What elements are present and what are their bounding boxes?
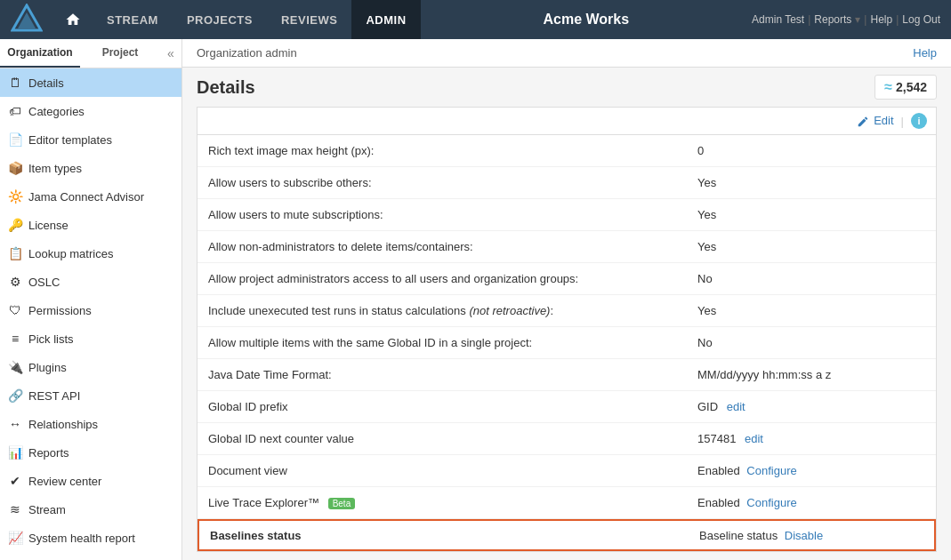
counter-value: 2,542 [896, 80, 927, 94]
categories-icon: 🏷 [7, 103, 23, 119]
details-toolbar: Edit | i [197, 108, 936, 135]
nav-reviews[interactable]: REVIEWS [267, 0, 351, 39]
pick-lists-icon: ≡ [7, 331, 23, 347]
detail-row-gid-counter: Global ID next counter value 157481 edit [197, 423, 936, 455]
info-icon[interactable]: i [911, 113, 927, 129]
sidebar-item-lookup-matrices[interactable]: 📋 Lookup matrices [0, 239, 181, 268]
sidebar-item-oslc[interactable]: ⚙ OSLC [0, 268, 181, 296]
sidebar-label-details: Details [28, 76, 64, 90]
gid-prefix-edit-link[interactable]: edit [727, 400, 745, 413]
sidebar-item-user-groups[interactable]: 👥 User groups [0, 552, 181, 560]
detail-value: 0 [697, 144, 925, 157]
help-link-top[interactable]: Help [870, 13, 892, 26]
lookup-matrices-icon: 📋 [7, 245, 23, 261]
sidebar-label-review-center: Review center [28, 475, 101, 488]
main-layout: Organization Project « 🗒 Details 🏷 Categ… [0, 39, 951, 560]
sidebar-label-item-types: Item types [28, 162, 82, 175]
tab-organization[interactable]: Organization [0, 39, 80, 68]
detail-row-rich-text: Rich text image max height (px): 0 [197, 135, 936, 167]
baselines-disable-link[interactable]: Disable [785, 529, 823, 542]
sidebar-label-license: License [28, 219, 69, 232]
page-header: Details ≈ 2,542 [182, 68, 951, 107]
detail-row-java-date: Java Date Time Format: MM/dd/yyyy hh:mm:… [197, 359, 936, 391]
stream-icon: ≋ [7, 501, 23, 517]
detail-row-project-admins: Allow project administrators access to a… [197, 263, 936, 295]
sidebar-label-permissions: Permissions [28, 304, 92, 317]
sidebar-item-system-health[interactable]: 📈 System health report [0, 524, 181, 552]
sidebar-item-permissions[interactable]: 🛡 Permissions [0, 296, 181, 324]
detail-row-live-trace: Live Trace Explorer™ Beta Enabled Config… [197, 487, 936, 519]
item-types-icon: 📦 [7, 160, 23, 176]
detail-value: Yes [697, 176, 925, 189]
system-health-icon: 📈 [7, 530, 23, 546]
workspace-name: Acme Works [421, 12, 753, 28]
gid-counter-edit-link[interactable]: edit [745, 432, 763, 445]
sidebar-item-reports[interactable]: 📊 Reports [0, 438, 181, 467]
detail-row-baselines: Baselines status Baseline status Disable [197, 519, 936, 551]
detail-value: Baseline status Disable [699, 529, 923, 542]
detail-row-test-runs: Include unexecuted test runs in status c… [197, 295, 936, 327]
sidebar-label-system-health: System health report [28, 532, 135, 545]
detail-row-doc-view: Document view Enabled Configure [197, 455, 936, 487]
reports-link[interactable]: Reports [814, 13, 851, 26]
sidebar-label-editor-templates: Editor templates [28, 133, 112, 147]
sidebar-item-stream[interactable]: ≋ Stream [0, 495, 181, 524]
detail-value: Enabled Configure [697, 464, 925, 477]
main-content: Organization admin Help Details ≈ 2,542 … [182, 39, 951, 560]
nav-items: STREAM PROJECTS REVIEWS ADMIN [93, 0, 421, 39]
live-trace-configure-link[interactable]: Configure [746, 496, 796, 509]
detail-value: Yes [697, 240, 925, 253]
sidebar-item-plugins[interactable]: 🔌 Plugins [0, 353, 181, 381]
sidebar-item-review-center[interactable]: ✔ Review center [0, 467, 181, 495]
sidebar-item-item-types[interactable]: 📦 Item types [0, 154, 181, 182]
sidebar: Organization Project « 🗒 Details 🏷 Categ… [0, 39, 182, 560]
detail-value: Yes [697, 304, 925, 317]
sidebar-item-editor-templates[interactable]: 📄 Editor templates [0, 125, 181, 154]
detail-value: Enabled Configure [697, 496, 925, 509]
sidebar-label-jca: Jama Connect Advisor [28, 190, 144, 204]
doc-view-configure-link[interactable]: Configure [746, 464, 796, 477]
sidebar-label-pick-lists: Pick lists [28, 332, 74, 346]
editor-templates-icon: 📄 [7, 132, 23, 148]
detail-row-mute: Allow users to mute subscriptions: Yes [197, 199, 936, 231]
app-logo[interactable] [0, 0, 53, 39]
home-button[interactable] [53, 0, 93, 39]
nav-stream[interactable]: STREAM [93, 0, 173, 39]
details-panel: Edit | i Rich text image max height (px)… [197, 107, 937, 552]
sidebar-item-categories[interactable]: 🏷 Categories [0, 97, 181, 125]
sidebar-item-jca[interactable]: 🔆 Jama Connect Advisor [0, 182, 181, 211]
sidebar-item-license[interactable]: 🔑 License [0, 211, 181, 239]
relationships-icon: ↔ [7, 416, 23, 432]
detail-value: No [697, 272, 925, 285]
sidebar-collapse-button[interactable]: « [160, 46, 181, 60]
detail-value: MM/dd/yyyy hh:mm:ss a z [697, 368, 925, 381]
breadcrumb-text: Organization admin [197, 46, 297, 60]
detail-value: 157481 edit [697, 432, 925, 445]
detail-row-global-id-multi: Allow multiple items with the same Globa… [197, 327, 936, 359]
detail-label: Rich text image max height (px): [208, 144, 697, 157]
breadcrumb: Organization admin Help [182, 39, 951, 68]
detail-label: Global ID prefix [208, 400, 697, 413]
detail-label: Allow users to subscribe others: [208, 176, 697, 189]
sidebar-label-plugins: Plugins [28, 361, 67, 374]
logout-link[interactable]: Log Out [902, 13, 940, 26]
sidebar-label-categories: Categories [28, 105, 85, 118]
license-icon: 🔑 [7, 217, 23, 233]
reports-icon: 📊 [7, 444, 23, 460]
sidebar-tabs-row: Organization Project « [0, 39, 181, 68]
detail-row-subscribe: Allow users to subscribe others: Yes [197, 167, 936, 199]
nav-projects[interactable]: PROJECTS [173, 0, 267, 39]
nav-admin[interactable]: ADMIN [351, 0, 420, 39]
edit-button[interactable]: Edit [857, 114, 894, 128]
user-name[interactable]: Admin Test [752, 13, 804, 26]
sidebar-item-pick-lists[interactable]: ≡ Pick lists [0, 324, 181, 353]
help-link[interactable]: Help [913, 46, 937, 60]
tab-project[interactable]: Project [80, 39, 160, 68]
sidebar-item-details[interactable]: 🗒 Details [0, 68, 181, 97]
sidebar-item-rest-api[interactable]: 🔗 REST API [0, 381, 181, 410]
sidebar-label-reports: Reports [28, 446, 69, 460]
beta-badge: Beta [328, 498, 356, 509]
sidebar-item-relationships[interactable]: ↔ Relationships [0, 410, 181, 438]
review-center-icon: ✔ [7, 473, 23, 489]
detail-label: Document view [208, 464, 697, 477]
